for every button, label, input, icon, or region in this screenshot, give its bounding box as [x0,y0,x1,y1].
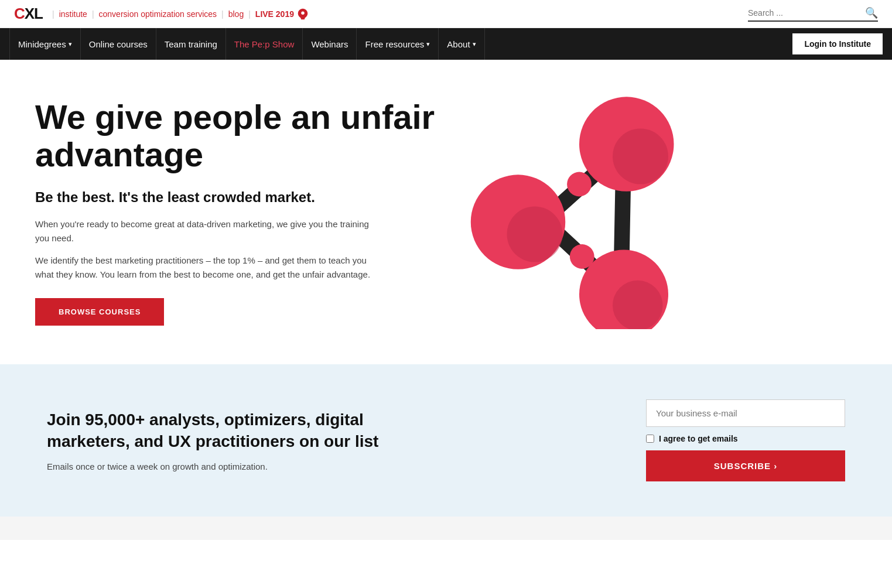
agree-label[interactable]: I agree to get emails [659,434,738,443]
signup-section: Join 95,000+ analysts, optimizers, digit… [0,364,892,517]
chevron-down-icon: ▾ [69,40,72,48]
search-button[interactable]: 🔍 [865,6,878,19]
logo[interactable]: CXL [14,5,43,23]
nav-bar: Minidegrees ▾ Online courses Team traini… [0,28,892,60]
separator: | [92,9,94,19]
separator: | [221,9,224,19]
chevron-down-icon: ▾ [473,40,476,48]
nav-minidegrees[interactable]: Minidegrees ▾ [9,28,81,60]
nav-free-resources[interactable]: Free resources ▾ [357,28,439,60]
separator: | [248,9,251,19]
browse-courses-button[interactable]: BROWSE COURSES [35,298,164,326]
search-container[interactable]: 🔍 [748,6,878,22]
nav-pep-show[interactable]: The Pe:p Show [226,28,303,60]
signup-left: Join 95,000+ analysts, optimizers, digit… [47,409,398,471]
top-bar: CXL | institute | conversion optimizatio… [0,0,892,28]
svg-point-5 [613,129,668,184]
top-nav-institute[interactable]: institute [59,9,87,19]
svg-point-9 [613,281,663,329]
hero-content: We give people an unfair advantage Be th… [35,98,445,326]
agree-row: I agree to get emails [646,434,845,443]
hero-title: We give people an unfair advantage [35,98,445,173]
subscribe-button[interactable]: SUBSCRIBE › [646,450,845,481]
hero-section: We give people an unfair advantage Be th… [0,60,892,364]
nav-items: Minidegrees ▾ Online courses Team traini… [9,28,792,60]
hero-body-1: When you're ready to become great at dat… [35,217,375,245]
top-nav-links: | institute | conversion optimization se… [47,8,309,20]
top-nav-conversion[interactable]: conversion optimization services [99,9,217,19]
separator: | [52,9,54,19]
svg-point-0 [301,11,305,15]
top-nav-blog[interactable]: blog [228,9,244,19]
signup-right: I agree to get emails SUBSCRIBE › [646,399,845,481]
search-input[interactable] [748,8,865,18]
signup-desc: Emails once or twice a week on growth an… [47,461,398,471]
nav-webinars[interactable]: Webinars [303,28,357,60]
hero-graphic [445,95,691,329]
nav-online-courses[interactable]: Online courses [81,28,156,60]
hero-body-2: We identify the best marketing practitio… [35,254,375,282]
top-bar-left: CXL | institute | conversion optimizatio… [14,5,309,23]
top-nav-live[interactable]: LIVE 2019 [255,8,309,20]
nav-team-training[interactable]: Team training [156,28,226,60]
footer-bottom [0,517,892,540]
svg-point-7 [507,207,563,262]
nav-about[interactable]: About ▾ [439,28,484,60]
signup-title: Join 95,000+ analysts, optimizers, digit… [47,409,398,452]
svg-point-11 [570,244,594,269]
chevron-down-icon: ▾ [426,40,430,48]
email-input[interactable] [646,399,845,427]
login-button[interactable]: Login to Institute [792,33,883,54]
svg-point-10 [567,172,592,197]
logo-xl: XL [25,5,43,22]
live-icon [296,8,309,20]
agree-checkbox[interactable] [646,435,654,443]
network-graphic [457,95,679,329]
hero-subtitle: Be the best. It's the least crowded mark… [35,189,445,206]
logo-c: C [14,5,25,22]
